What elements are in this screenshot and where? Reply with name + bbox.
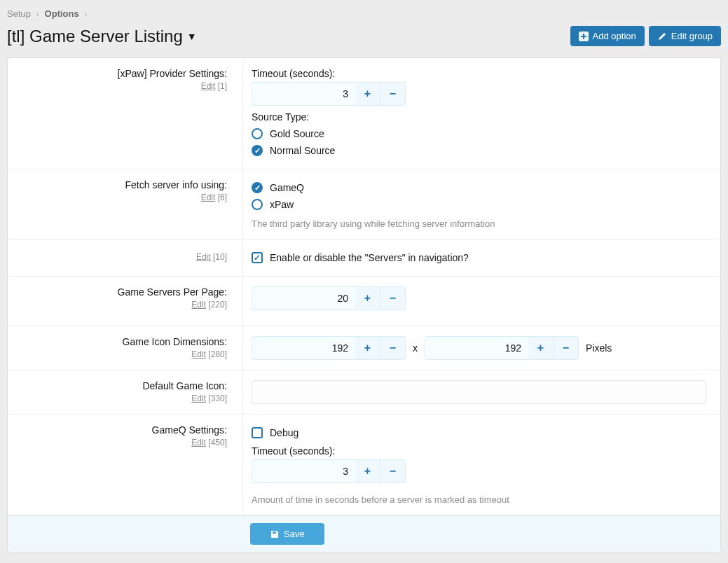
help-text: The third party library using while fetc… (252, 218, 706, 229)
pencil-icon (657, 32, 667, 41)
gameq-timeout-stepper: + − (252, 459, 406, 483)
help-text: Amount of time in seconds before a serve… (252, 494, 706, 505)
width-input[interactable] (252, 336, 355, 360)
plus-icon: + (364, 465, 371, 478)
order-text: [280] (208, 349, 227, 359)
breadcrumb-setup[interactable]: Setup (7, 8, 31, 19)
row-content-fetch: GameQ xPaw The third party library using… (242, 169, 720, 239)
increment-button[interactable]: + (355, 286, 380, 310)
page-header: [tl] Game Server Listing ▼ Add option Ed… (0, 23, 728, 57)
radio-label: GameQ (270, 182, 304, 193)
row-gameq-settings: GameQ Settings: Edit [450] Debug Timeout… (8, 415, 720, 515)
order-text: [1] (218, 81, 227, 91)
edit-link[interactable]: Edit (191, 349, 206, 359)
row-label-icondim: Game Icon Dimensions: Edit [280] (8, 326, 242, 370)
row-per-page: Game Servers Per Page: Edit [220] + − (8, 277, 720, 326)
radio-checked-icon (252, 182, 263, 193)
edit-link[interactable]: Edit (201, 81, 216, 91)
checkbox-debug[interactable]: Debug (252, 424, 706, 441)
decrement-button[interactable]: − (380, 82, 406, 106)
minus-icon: − (390, 292, 396, 305)
plus-icon: + (537, 342, 544, 354)
radio-label: xPaw (270, 199, 294, 210)
radio-normal-source[interactable]: Normal Source (252, 142, 706, 159)
page-title[interactable]: [tl] Game Server Listing ▼ (7, 27, 197, 46)
minus-icon: − (390, 465, 396, 478)
increment-button[interactable]: + (355, 82, 380, 106)
label-text: Default Game Icon: (16, 380, 227, 391)
radio-checked-icon (252, 145, 263, 156)
row-icon-dimensions: Game Icon Dimensions: Edit [280] + − x +… (8, 326, 720, 370)
plus-icon: + (364, 342, 371, 354)
edit-link[interactable]: Edit (191, 438, 206, 447)
decrement-button[interactable]: − (380, 286, 406, 310)
row-fetch-info: Fetch server info using: Edit [6] GameQ … (8, 169, 720, 239)
minus-icon: − (390, 88, 396, 100)
radio-gold-source[interactable]: Gold Source (252, 125, 706, 142)
row-nav-toggle: Edit [10] Enable or disable the "Servers… (8, 239, 720, 277)
checkbox-icon (252, 427, 263, 438)
increment-button[interactable]: + (355, 336, 380, 360)
minus-icon: − (563, 342, 569, 354)
plus-square-icon (579, 32, 589, 41)
row-label-defaulticon: Default Game Icon: Edit [330] (8, 370, 242, 414)
chevron-right-icon: › (36, 8, 39, 19)
label-text: GameQ Settings: (16, 424, 227, 436)
decrement-button[interactable]: − (380, 336, 406, 360)
row-content-icondim: + − x + − Pixels (242, 326, 720, 370)
edit-link[interactable]: Edit (191, 300, 206, 310)
radio-label: Normal Source (270, 145, 335, 156)
edit-link[interactable]: Edit (196, 252, 211, 262)
timeout-stepper: + − (252, 82, 406, 106)
decrement-button[interactable]: − (380, 459, 406, 483)
unit-label: Pixels (586, 342, 612, 354)
edit-link[interactable]: Edit (191, 394, 206, 403)
increment-button[interactable]: + (355, 459, 380, 483)
perpage-input[interactable] (252, 286, 355, 310)
options-panel: [xPaw] Provider Settings: Edit [1] Timeo… (7, 57, 721, 552)
default-icon-input[interactable] (252, 380, 706, 404)
edit-link[interactable]: Edit (201, 193, 216, 202)
checkbox-label: Debug (270, 427, 298, 438)
order-text: [450] (208, 438, 227, 447)
minus-icon: − (390, 342, 396, 354)
gameq-timeout-input[interactable] (252, 459, 355, 483)
caret-down-icon: ▼ (187, 31, 197, 42)
row-label-nav: Edit [10] (8, 239, 242, 276)
height-input[interactable] (425, 336, 528, 360)
row-default-icon: Default Game Icon: Edit [330] (8, 370, 720, 415)
radio-xpaw[interactable]: xPaw (252, 196, 706, 213)
edit-group-button[interactable]: Edit group (649, 26, 721, 46)
add-option-button[interactable]: Add option (570, 26, 645, 46)
save-icon (270, 529, 280, 539)
checkbox-nav-enable[interactable]: Enable or disable the "Servers" in navig… (252, 249, 706, 266)
chevron-right-icon: › (84, 8, 87, 19)
breadcrumb-options[interactable]: Options (45, 8, 79, 19)
header-actions: Add option Edit group (570, 26, 721, 46)
plus-icon: + (364, 88, 371, 100)
row-label-gameq: GameQ Settings: Edit [450] (8, 415, 242, 515)
height-stepper: + − (425, 336, 579, 360)
radio-label: Gold Source (270, 128, 324, 139)
save-button[interactable]: Save (250, 523, 324, 545)
decrement-button[interactable]: − (554, 336, 579, 360)
label-text: Game Servers Per Page: (16, 286, 227, 298)
order-text: [220] (208, 300, 227, 310)
footer-bar: Save (8, 515, 720, 552)
row-label-provider: [xPaw] Provider Settings: Edit [1] (8, 58, 242, 169)
timeout-label: Timeout (seconds): (252, 445, 706, 457)
label-text: Game Icon Dimensions: (16, 336, 227, 347)
increment-button[interactable]: + (528, 336, 554, 360)
radio-gameq[interactable]: GameQ (252, 179, 706, 196)
order-text: [330] (208, 394, 227, 403)
source-type-label: Source Type: (252, 111, 706, 123)
plus-icon: + (364, 292, 371, 305)
checkbox-checked-icon (252, 252, 263, 263)
order-text: [10] (213, 252, 227, 262)
row-content-defaulticon (242, 370, 720, 414)
row-label-perpage: Game Servers Per Page: Edit [220] (8, 277, 242, 326)
timeout-input[interactable] (252, 82, 355, 106)
row-content-nav: Enable or disable the "Servers" in navig… (242, 239, 720, 276)
radio-icon (252, 199, 263, 210)
page-title-text: [tl] Game Server Listing (7, 27, 183, 46)
